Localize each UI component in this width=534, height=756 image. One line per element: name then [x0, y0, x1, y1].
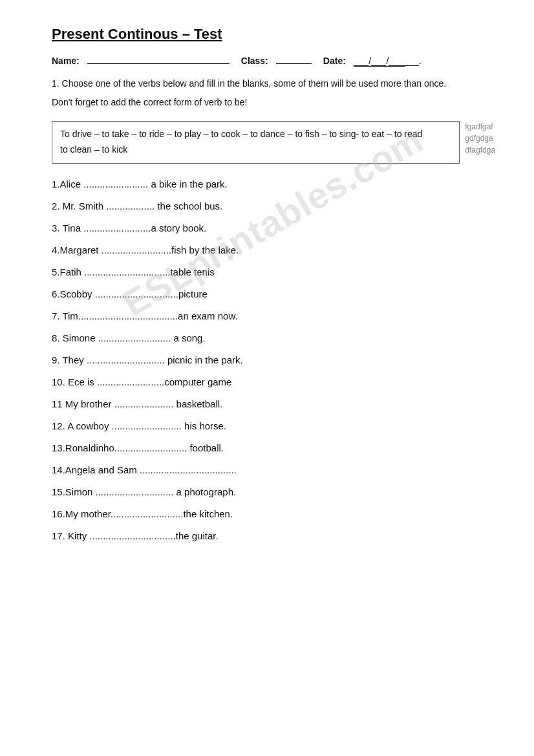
list-item: 15.Simon ............................. a…	[52, 484, 495, 500]
list-item: 7. Tim..................................…	[52, 308, 495, 324]
name-blank	[87, 63, 230, 64]
list-item: 10. Ece is .........................comp…	[52, 374, 495, 390]
header-line: Name: Class: Date: ___/___/______.	[52, 56, 495, 67]
list-item: 5.Fatih ................................…	[52, 265, 495, 280]
list-item: 16.My mother...........................t…	[52, 506, 495, 522]
list-item: 17. Kitty ..............................…	[52, 528, 495, 544]
date-blank: ___/___/______.	[354, 56, 405, 67]
side-note: fgadfgafgdfgdgadfagfdga	[465, 121, 495, 156]
exercise-list: 1.Alice ........................ a bike …	[52, 177, 495, 544]
list-item: 1.Alice ........................ a bike …	[52, 177, 495, 192]
class-label: Class:	[241, 56, 268, 66]
list-item: 4.Margaret ..........................fis…	[52, 243, 495, 258]
instruction-2: Don't forget to add the correct form of …	[52, 96, 495, 109]
list-item: 13.Ronaldinho...........................…	[52, 440, 495, 456]
verb-box: To drive – to take – to ride – to play –…	[52, 121, 460, 164]
page-title: Present Continous – Test	[52, 26, 495, 43]
list-item: 6.Scobby ...............................…	[52, 286, 495, 302]
list-item: 3. Tina .........................a story…	[52, 221, 495, 236]
list-item: 2. Mr. Smith .................. the scho…	[52, 199, 495, 214]
list-item: 8. Simone ........................... a …	[52, 330, 495, 346]
verb-box-wrapper: To drive – to take – to ride – to play –…	[52, 121, 495, 164]
class-blank	[276, 63, 312, 64]
list-item: 14.Angela and Sam ......................…	[52, 462, 495, 478]
date-label: Date:	[323, 56, 346, 66]
instruction-1: 1. Choose one of the verbs below and fil…	[52, 77, 495, 91]
name-label: Name:	[52, 56, 80, 66]
list-item: 9. They ............................. pi…	[52, 352, 495, 368]
list-item: 11 My brother ...................... bas…	[52, 396, 495, 412]
list-item: 12. A cowboy .......................... …	[52, 418, 495, 434]
